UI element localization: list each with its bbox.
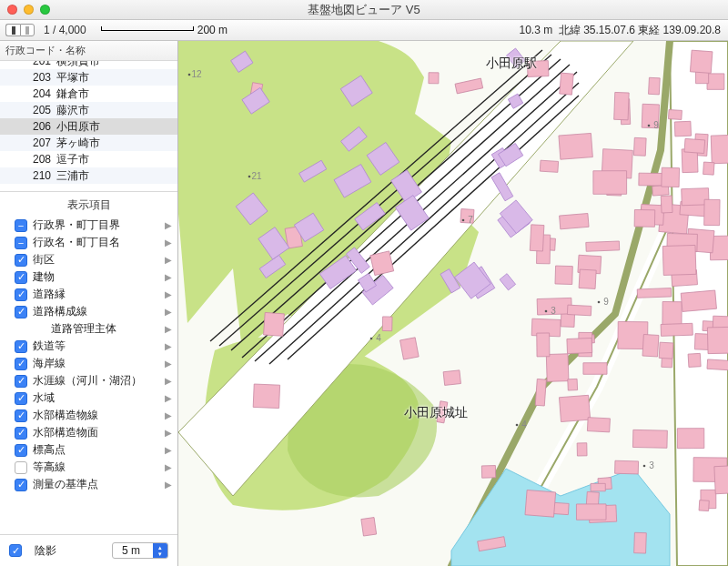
elevation-point: 3 [649, 460, 654, 470]
svg-rect-38 [559, 395, 590, 421]
code-row[interactable]: 203平塚市 [0, 69, 177, 86]
layer-row[interactable]: ✓鉄道等▶ [0, 338, 177, 355]
layer-row[interactable]: ✓水域▶ [0, 389, 177, 407]
code-row[interactable]: 201横須賀市 [0, 61, 177, 69]
svg-rect-35 [634, 209, 655, 227]
layer-row[interactable]: ✓水部構造物線▶ [0, 407, 177, 424]
svg-rect-51 [637, 288, 671, 298]
svg-rect-58 [567, 305, 591, 316]
svg-rect-82 [591, 483, 605, 490]
svg-rect-27 [690, 50, 712, 73]
checkbox-icon[interactable]: ✓ [15, 479, 27, 491]
code-row[interactable]: 205藤沢市 [0, 102, 177, 118]
minimize-window[interactable] [24, 5, 34, 15]
svg-point-144 [643, 465, 646, 468]
layer-row[interactable]: ✓水部構造物面▶ [0, 424, 177, 441]
chevron-right-icon: ▶ [165, 359, 172, 369]
svg-rect-99 [361, 518, 377, 536]
code-row[interactable]: 208逗子市 [0, 151, 177, 167]
shading-checkbox[interactable]: ✓ [9, 544, 22, 557]
chevron-right-icon: ▶ [165, 255, 172, 265]
code-row[interactable]: 210三浦市 [0, 167, 177, 184]
checkbox-icon[interactable]: ✓ [15, 288, 27, 301]
chevron-right-icon: ▶ [165, 238, 172, 248]
svg-point-137 [248, 176, 251, 178]
svg-point-136 [188, 74, 191, 76]
svg-rect-56 [677, 429, 704, 449]
layer-row[interactable]: ✓道路構成線▶ [0, 303, 177, 320]
chevron-right-icon: ▶ [165, 480, 172, 490]
elevation-point: 9 [603, 297, 609, 307]
panel-toggle[interactable] [5, 24, 35, 36]
height-stepper[interactable]: 5 m ▴▾ [112, 542, 168, 559]
svg-rect-86 [540, 160, 558, 172]
svg-rect-41 [586, 241, 620, 251]
code-row[interactable]: 206小田原市 [0, 118, 177, 135]
svg-rect-85 [662, 245, 696, 275]
map-canvas[interactable]: 12217349943 小田原駅小田原城址 [178, 41, 728, 566]
svg-rect-4 [555, 266, 572, 284]
checkbox-icon[interactable]: ✓ [15, 427, 27, 440]
checkbox-icon[interactable]: ✓ [15, 254, 27, 267]
elevation-point: 9 [653, 120, 659, 130]
layer-row[interactable]: ✓街区▶ [0, 251, 177, 268]
svg-rect-49 [559, 133, 592, 159]
layer-row[interactable]: ✓海岸線▶ [0, 355, 177, 372]
checkbox-icon[interactable]: ✓ [15, 392, 27, 405]
code-list: 201横須賀市203平塚市204鎌倉市205藤沢市206小田原市207茅ヶ崎市2… [0, 61, 177, 192]
traffic-lights [7, 5, 50, 15]
svg-rect-102 [429, 73, 439, 84]
svg-rect-37 [659, 342, 673, 359]
layer-row[interactable]: ✓道路縁▶ [0, 286, 177, 303]
svg-rect-23 [662, 302, 682, 327]
chevron-right-icon: ▶ [165, 428, 172, 438]
svg-rect-55 [634, 532, 647, 553]
layer-row[interactable]: ✓測量の基準点▶ [0, 476, 177, 493]
svg-rect-77 [576, 504, 606, 520]
svg-rect-70 [614, 92, 630, 119]
svg-rect-68 [704, 199, 720, 225]
checkbox-icon[interactable]: ✓ [15, 409, 27, 422]
svg-rect-95 [400, 338, 420, 359]
height-value: 5 m [113, 544, 153, 557]
layer-row[interactable]: 道路管理主体▶ [0, 320, 177, 338]
coordinates: 10.3 m 北緯 35.15.07.6 東経 139.09.20.8 [519, 20, 721, 40]
code-row[interactable]: 204鎌倉市 [0, 86, 177, 102]
layer-row[interactable]: ✓水涯線（河川・湖沼）▶ [0, 372, 177, 389]
layer-row[interactable]: −行政界・町丁目界▶ [0, 217, 177, 234]
svg-rect-103 [253, 384, 279, 409]
checkbox-icon[interactable]: ✓ [15, 444, 27, 457]
close-window[interactable] [7, 5, 17, 15]
checkbox-icon[interactable]: ✓ [15, 306, 27, 318]
layer-row[interactable]: ✓標高点▶ [0, 441, 177, 459]
layer-row[interactable]: 等高線▶ [0, 459, 177, 476]
code-row[interactable]: 207茅ヶ崎市 [0, 135, 177, 151]
layer-row[interactable]: ✓建物▶ [0, 268, 177, 286]
checkbox-icon[interactable]: ✓ [15, 271, 27, 284]
svg-rect-84 [568, 379, 578, 390]
svg-rect-21 [615, 460, 639, 474]
map-scale: 1 / 4,000 [44, 24, 86, 36]
checkbox-partial-icon[interactable]: − [15, 237, 27, 249]
svg-rect-67 [714, 466, 728, 494]
svg-rect-79 [661, 323, 693, 336]
svg-rect-31 [579, 269, 596, 288]
maximize-window[interactable] [40, 5, 50, 15]
svg-rect-46 [577, 443, 587, 456]
scale-bar: 200 m [101, 24, 228, 36]
checkbox-icon[interactable]: ✓ [15, 340, 27, 353]
svg-rect-81 [530, 225, 544, 251]
elevation-point: 3 [551, 306, 556, 316]
svg-rect-16 [633, 137, 646, 156]
checkbox-icon[interactable] [15, 461, 27, 474]
svg-rect-93 [481, 466, 495, 479]
svg-rect-63 [535, 379, 546, 406]
checkbox-partial-icon[interactable]: − [15, 219, 27, 232]
checkbox-icon[interactable]: ✓ [15, 375, 27, 388]
checkbox-icon[interactable]: ✓ [15, 358, 27, 370]
scale-bar-label: 200 m [197, 24, 228, 36]
svg-rect-88 [703, 162, 714, 175]
map-place-label: 小田原城址 [404, 405, 468, 421]
svg-rect-92 [443, 370, 460, 386]
layer-row[interactable]: −行政名・町丁目名▶ [0, 234, 177, 251]
